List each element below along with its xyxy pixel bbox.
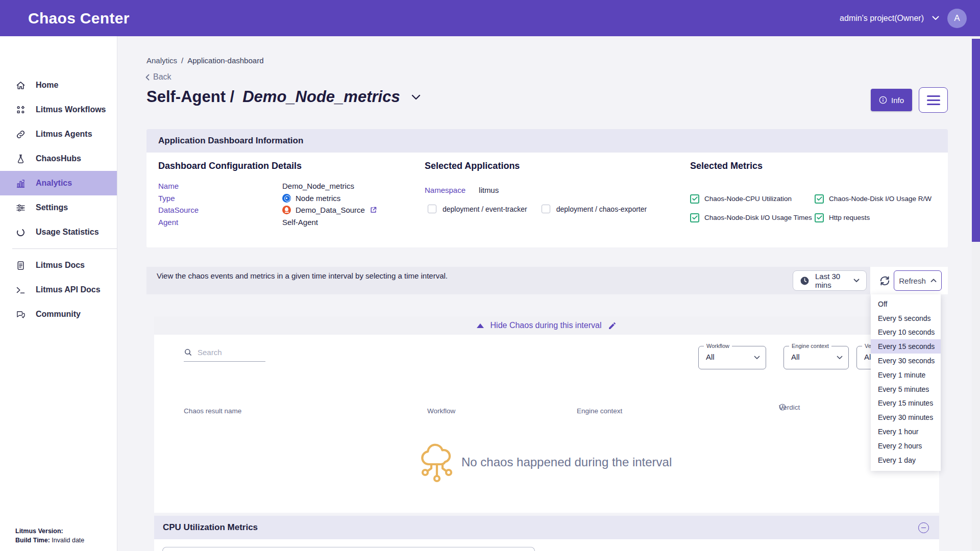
usage-statistics-icon xyxy=(15,227,26,238)
time-interval-bar: View the chaos events and metrics in a g… xyxy=(146,267,948,294)
metric-checkbox-http-requests[interactable]: Http requests xyxy=(815,213,870,222)
checkbox-label: Chaos-Node-Disk I/O Usage R/W xyxy=(829,195,932,203)
menu-item-every-1-hour[interactable]: Every 1 hour xyxy=(871,424,941,439)
time-range-select[interactable]: Last 30 mins xyxy=(793,270,867,291)
hide-chaos-toggle[interactable]: Hide Chaos during this interval xyxy=(154,316,939,335)
application-checkbox-chaos-exporter[interactable]: deployment / chaos-exporter xyxy=(542,205,647,213)
sidebar-item-label: Litmus Workflows xyxy=(36,105,106,114)
checkbox-label: deployment / event-tracker xyxy=(443,205,527,213)
config-value: Demo_Data_Source xyxy=(296,206,365,214)
menu-item-every-30-minutes[interactable]: Every 30 minutes xyxy=(871,410,941,424)
sidebar-item-litmus-api-docs[interactable]: Litmus API Docs xyxy=(0,278,117,302)
cpu-utilization-metrics-card: CPU Utilization Metrics xyxy=(154,516,939,551)
sidebar-item-label: ChaosHubs xyxy=(36,154,81,163)
config-value: Demo_Node_metrics xyxy=(282,182,354,190)
sidebar-item-chaoshubs[interactable]: ChaosHubs xyxy=(0,146,117,171)
checkbox-checked-icon xyxy=(815,213,824,222)
breadcrumb-analytics[interactable]: Analytics xyxy=(146,56,177,65)
info-button-label: Info xyxy=(891,96,904,105)
cpu-metrics-partial-panel xyxy=(162,547,535,551)
filter-label: Engine context xyxy=(789,343,831,349)
engine-context-filter-select[interactable]: Engine context All xyxy=(783,346,849,369)
cpu-metrics-title: CPU Utilization Metrics xyxy=(163,522,258,533)
breadcrumb-current: Application-dashboard xyxy=(187,56,263,65)
sidebar-item-label: Usage Statistics xyxy=(36,228,99,237)
menu-item-every-2-hours[interactable]: Every 2 hours xyxy=(871,439,941,453)
home-icon xyxy=(15,80,26,91)
title-chevron-down-icon[interactable] xyxy=(411,94,421,100)
menu-item-every-15-seconds[interactable]: Every 15 seconds xyxy=(871,339,941,354)
edit-pencil-icon[interactable] xyxy=(608,321,617,330)
config-section-title: Dashboard Configuration Details xyxy=(158,161,302,171)
sidebar-divider xyxy=(12,248,117,249)
page-title: Self-Agent / Demo_Node_metrics xyxy=(146,88,421,106)
dashboard-options-button[interactable] xyxy=(919,87,948,113)
metric-checkbox-cpu-utilization[interactable]: Chaos-Node-CPU Utilization xyxy=(690,194,815,204)
sidebar-item-analytics[interactable]: Analytics xyxy=(0,171,117,195)
config-row-agent: Agent Self-Agent xyxy=(158,216,377,229)
chaos-center-app: Chaos Center admin's project(Owner) A Ho… xyxy=(0,0,980,551)
community-icon xyxy=(15,309,26,320)
config-label: Name xyxy=(158,182,282,190)
sidebar-item-settings[interactable]: Settings xyxy=(0,195,117,220)
refresh-rate-button[interactable]: Refresh xyxy=(894,270,942,291)
sidebar-item-label: Litmus Docs xyxy=(36,261,85,270)
filter-label: Workflow xyxy=(704,343,732,349)
verdict-info-icon[interactable] xyxy=(779,404,786,411)
checkbox-unchecked-icon xyxy=(428,205,436,213)
application-checkbox-event-tracker[interactable]: deployment / event-tracker xyxy=(428,205,527,213)
workflow-filter-select[interactable]: Workflow All xyxy=(698,346,766,369)
sidebar-item-label: Community xyxy=(36,310,81,319)
sidebar-item-litmus-docs[interactable]: Litmus Docs xyxy=(0,253,117,278)
checkbox-checked-icon xyxy=(690,194,699,204)
checkbox-label: Chaos-Node-Disk I/O Usage Times xyxy=(704,214,812,221)
back-button[interactable]: Back xyxy=(145,72,172,82)
search-icon xyxy=(184,348,192,357)
menu-item-every-1-minute[interactable]: Every 1 minute xyxy=(871,368,941,382)
config-label: DataSource xyxy=(158,206,282,214)
metric-checkbox-disk-io-rw[interactable]: Chaos-Node-Disk I/O Usage R/W xyxy=(815,194,932,204)
sidebar: Home Litmus Workflows Litmus Agents Chao… xyxy=(0,36,117,551)
sidebar-item-community[interactable]: Community xyxy=(0,302,117,327)
menu-item-every-5-minutes[interactable]: Every 5 minutes xyxy=(871,382,941,396)
triangle-up-icon xyxy=(477,323,484,328)
refresh-now-icon[interactable] xyxy=(877,273,892,288)
chaos-cloud-icon xyxy=(418,438,456,489)
title-agent: Self-Agent / xyxy=(146,88,234,106)
scrollbar-thumb[interactable] xyxy=(972,39,980,242)
sidebar-item-litmus-agents[interactable]: Litmus Agents xyxy=(0,122,117,146)
menu-item-every-1-day[interactable]: Every 1 day xyxy=(871,453,941,467)
refresh-controls: Refresh xyxy=(870,267,948,294)
namespace-label: Namespace xyxy=(425,186,465,194)
search-input[interactable] xyxy=(198,348,259,357)
menu-item-every-10-seconds[interactable]: Every 10 seconds xyxy=(871,325,941,340)
sidebar-item-usage-statistics[interactable]: Usage Statistics xyxy=(0,220,117,244)
sidebar-item-litmus-workflows[interactable]: Litmus Workflows xyxy=(0,97,117,122)
metric-checkbox-disk-io-times[interactable]: Chaos-Node-Disk I/O Usage Times xyxy=(690,213,815,222)
info-button[interactable]: Info xyxy=(871,89,912,111)
collapse-minus-icon[interactable] xyxy=(918,522,929,533)
metric-checkboxes: Chaos-Node-CPU Utilization Chaos-Node-Di… xyxy=(690,189,932,227)
sidebar-item-label: Litmus API Docs xyxy=(36,285,101,294)
menu-item-every-30-seconds[interactable]: Every 30 seconds xyxy=(871,354,941,368)
build-time-label: Build Time: xyxy=(15,537,50,544)
info-icon xyxy=(879,96,887,104)
scrollbar-track[interactable] xyxy=(972,36,980,551)
version-info: Litmus Version: Build Time: Invalid date xyxy=(15,527,84,545)
back-label: Back xyxy=(153,72,172,82)
config-row-datasource: DataSource Demo_Data_Source xyxy=(158,204,377,216)
build-time-value: Invalid date xyxy=(52,537,84,544)
menu-item-off[interactable]: Off xyxy=(871,297,941,311)
menu-item-every-5-seconds[interactable]: Every 5 seconds xyxy=(871,311,941,325)
sidebar-item-home[interactable]: Home xyxy=(0,73,117,97)
project-label: admin's project(Owner) xyxy=(840,14,924,23)
avatar[interactable]: A xyxy=(947,9,967,28)
menu-item-every-15-minutes[interactable]: Every 15 minutes xyxy=(871,396,941,411)
chaoshubs-icon xyxy=(15,154,26,164)
filter-value: All xyxy=(706,353,715,361)
analytics-icon xyxy=(15,178,26,189)
external-link-icon[interactable] xyxy=(370,206,377,214)
search-box xyxy=(184,348,265,362)
config-value: Node metrics xyxy=(296,194,340,203)
project-selector[interactable]: admin's project(Owner) xyxy=(840,14,939,23)
